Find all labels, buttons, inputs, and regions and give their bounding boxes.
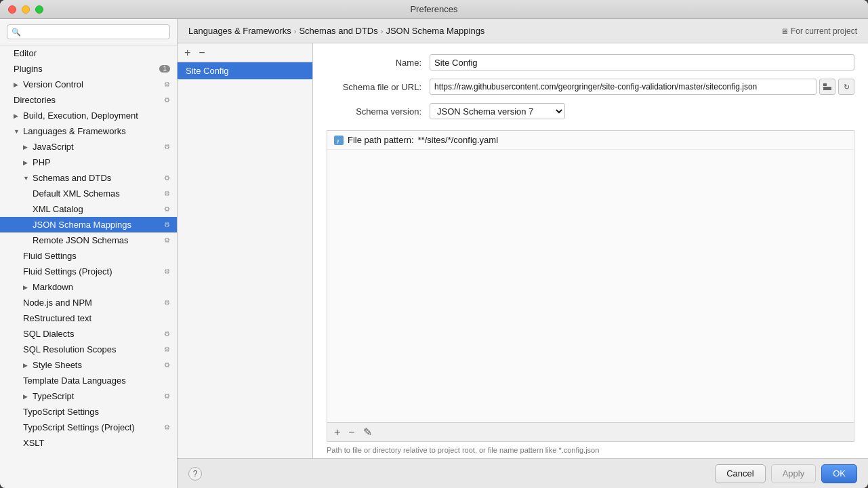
sidebar-item-typescript[interactable]: ▶ TypeScript ⚙	[0, 388, 177, 404]
sidebar-item-typoscript[interactable]: TypoScript Settings	[0, 404, 177, 420]
add-schema-button[interactable]: +	[183, 47, 192, 58]
apply-button[interactable]: Apply	[771, 464, 817, 483]
file-pattern-item[interactable]: y File path pattern: **/sites/*/config.y…	[327, 131, 854, 150]
sidebar-item-style-sheets[interactable]: ▶ Style Sheets ⚙	[0, 357, 177, 373]
sidebar-item-label: Fluid Settings	[23, 251, 77, 261]
sidebar-item-languages[interactable]: ▼ Languages & Frameworks	[0, 123, 177, 139]
sidebar-item-label: ReStructured text	[23, 313, 91, 323]
edit-pattern-button[interactable]: ✎	[362, 427, 373, 438]
sidebar-item-label: Version Control	[23, 79, 83, 89]
breadcrumb-languages[interactable]: Languages & Frameworks	[188, 26, 291, 36]
sidebar-item-fluid-settings-project[interactable]: Fluid Settings (Project) ⚙	[0, 264, 177, 279]
svg-text:y: y	[337, 138, 339, 144]
close-button[interactable]	[8, 5, 16, 14]
sidebar-item-label: PHP	[33, 157, 51, 167]
gear-icon: ⚙	[164, 221, 170, 228]
bottom-buttons: ? Cancel Apply OK	[178, 458, 868, 488]
sidebar-item-label: Markdown	[33, 282, 73, 292]
sidebar-item-version-control[interactable]: ▶ Version Control ⚙	[0, 77, 177, 92]
plugins-badge: 1	[159, 65, 170, 73]
search-bar: 🔍	[0, 19, 177, 45]
breadcrumb: Languages & Frameworks › Schemas and DTD…	[178, 19, 868, 43]
sidebar-item-build[interactable]: ▶ Build, Execution, Deployment	[0, 108, 177, 123]
sidebar-item-editor[interactable]: Editor	[0, 45, 177, 61]
sidebar-item-javascript[interactable]: ▶ JavaScript ⚙	[0, 139, 177, 155]
sidebar-item-fluid-settings[interactable]: Fluid Settings	[0, 248, 177, 264]
gear-icon: ⚙	[164, 190, 170, 197]
patterns-spacer	[327, 150, 854, 422]
sidebar-item-nodejs[interactable]: Node.js and NPM ⚙	[0, 295, 177, 310]
chevron-right-icon: ▶	[23, 284, 30, 291]
remove-pattern-button[interactable]: −	[347, 427, 356, 438]
sidebar-item-xml-catalog[interactable]: XML Catalog ⚙	[0, 201, 177, 217]
chevron-down-icon: ▼	[23, 175, 30, 182]
sidebar-item-label: TypoScript Settings	[23, 407, 99, 417]
refresh-button[interactable]: ↻	[838, 79, 854, 95]
name-label: Name:	[327, 58, 421, 68]
sidebar-item-label: Style Sheets	[33, 360, 82, 370]
sidebar-item-restructured-text[interactable]: ReStructured text	[0, 310, 177, 326]
cancel-button[interactable]: Cancel	[715, 464, 765, 483]
sidebar-item-markdown[interactable]: ▶ Markdown	[0, 279, 177, 295]
gear-icon: ⚙	[164, 424, 170, 431]
sidebar-item-label: TypoScript Settings (Project)	[23, 422, 135, 432]
schema-version-select[interactable]: JSON Schema version 4 JSON Schema versio…	[430, 103, 565, 119]
sidebar-item-default-xml[interactable]: Default XML Schemas ⚙	[0, 186, 177, 201]
minimize-button[interactable]	[22, 5, 30, 14]
maximize-button[interactable]	[35, 5, 43, 14]
sidebar-item-json-schema[interactable]: JSON Schema Mappings ⚙	[0, 217, 177, 232]
remove-schema-button[interactable]: −	[197, 47, 206, 58]
sidebar-item-remote-json[interactable]: Remote JSON Schemas ⚙	[0, 232, 177, 248]
sidebar-item-label: SQL Resolution Scopes	[23, 344, 117, 354]
gear-icon: ⚙	[164, 205, 170, 213]
breadcrumb-sep-2: ›	[381, 27, 384, 35]
sidebar-item-typoscript-project[interactable]: TypoScript Settings (Project) ⚙	[0, 420, 177, 435]
gear-icon: ⚙	[164, 81, 170, 88]
sidebar-list: Editor Plugins 1 ▶ Version Control ⚙ Dir…	[0, 45, 177, 488]
browse-file-button[interactable]	[819, 79, 835, 95]
schema-detail-panel: Name: Schema file or URL:	[313, 43, 868, 458]
sidebar-item-sql-dialects[interactable]: SQL Dialects ⚙	[0, 326, 177, 342]
add-pattern-button[interactable]: +	[333, 427, 342, 438]
file-pattern-value: **/sites/*/config.yaml	[418, 135, 499, 145]
gear-icon: ⚙	[164, 96, 170, 104]
sidebar-item-directories[interactable]: Directories ⚙	[0, 92, 177, 108]
schema-url-input[interactable]	[430, 79, 817, 95]
sidebar-item-label: Remote JSON Schemas	[33, 235, 129, 245]
title-bar: Preferences	[0, 0, 868, 19]
sidebar-item-template-data[interactable]: Template Data Languages	[0, 373, 177, 388]
name-input[interactable]	[430, 54, 854, 70]
schema-list-item[interactable]: Site Config	[178, 62, 312, 79]
sidebar-item-label: Schemas and DTDs	[33, 173, 111, 183]
search-input[interactable]	[7, 24, 170, 39]
breadcrumb-schemas[interactable]: Schemas and DTDs	[299, 26, 377, 36]
name-row: Name:	[327, 54, 854, 70]
bottom-left: ?	[188, 467, 202, 481]
sidebar-item-label: Plugins	[14, 64, 43, 74]
window-title: Preferences	[410, 4, 457, 14]
sidebar-item-plugins[interactable]: Plugins 1	[0, 61, 177, 77]
ok-button[interactable]: OK	[821, 464, 857, 483]
sidebar-item-schemas-dtds[interactable]: ▼ Schemas and DTDs ⚙	[0, 170, 177, 186]
sidebar-item-label: Default XML Schemas	[33, 188, 120, 199]
sidebar-item-label: Node.js and NPM	[23, 298, 92, 308]
sidebar-item-sql-resolution[interactable]: SQL Resolution Scopes ⚙	[0, 342, 177, 357]
sidebar-item-php[interactable]: ▶ PHP	[0, 155, 177, 170]
sidebar-item-xslt[interactable]: XSLT	[0, 435, 177, 451]
breadcrumb-sep-1: ›	[294, 27, 297, 35]
form-area: Name: Schema file or URL:	[313, 43, 868, 130]
chevron-right-icon: ▶	[14, 113, 20, 119]
sidebar-item-label: Directories	[14, 95, 56, 105]
chevron-right-icon: ▶	[14, 81, 20, 88]
sidebar-item-label: Editor	[14, 48, 37, 58]
schema-list-panel: + − Site Config	[178, 43, 313, 458]
preferences-window: Preferences 🔍 Editor Plugins 1	[0, 0, 868, 488]
right-panel: Languages & Frameworks › Schemas and DTD…	[178, 19, 868, 488]
schema-item-label: Site Config	[186, 66, 229, 76]
sidebar-item-label: Template Data Languages	[23, 375, 126, 386]
refresh-icon: ↻	[844, 83, 850, 92]
chevron-right-icon: ▶	[23, 144, 30, 150]
sidebar-item-label: Fluid Settings (Project)	[23, 266, 112, 277]
help-button[interactable]: ?	[188, 467, 202, 481]
patterns-toolbar: + − ✎	[327, 422, 854, 441]
